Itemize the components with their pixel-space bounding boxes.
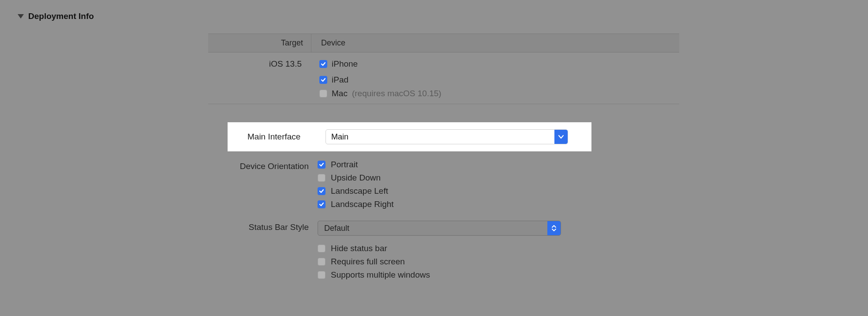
supports-multiple-windows-option: Supports multiple windows (318, 270, 679, 280)
requires-full-screen-option: Requires full screen (318, 257, 679, 267)
status-bar-style-value: Default Hide status bar Requires full sc… (318, 221, 679, 280)
chevron-down-icon[interactable] (554, 130, 568, 144)
checkbox-landscape-right[interactable] (318, 200, 326, 208)
checkbox-requires-full-screen[interactable] (318, 258, 326, 266)
updown-chevron-icon[interactable] (547, 221, 561, 235)
checkbox-iphone[interactable] (319, 60, 327, 68)
device-mac-note: (requires macOS 10.15) (352, 89, 441, 98)
status-bar-style-select[interactable]: Default (318, 221, 561, 236)
device-iphone-cell: iPhone (311, 59, 679, 69)
status-bar-style-row: Status Bar Style Default Hide status bar… (208, 221, 679, 280)
hide-status-bar-option: Hide status bar (318, 244, 679, 253)
device-orientation-label: Device Orientation (208, 160, 318, 171)
device-iphone-label: iPhone (332, 59, 358, 69)
section-header[interactable]: Deployment Info (18, 11, 94, 21)
device-mac-cell: Mac (requires macOS 10.15) (311, 89, 679, 98)
form-area: Device Orientation Portrait Upside Down … (208, 160, 679, 282)
landscape-left-label: Landscape Left (331, 186, 388, 196)
table-row: iPad (208, 72, 679, 88)
status-bar-style-label: Status Bar Style (208, 221, 318, 232)
main-interface-label: Main Interface (247, 132, 300, 142)
main-interface-value[interactable]: Main (326, 132, 554, 142)
table-row: iOS 13.5 iPhone (208, 56, 679, 72)
checkbox-ipad[interactable] (319, 76, 327, 84)
disclosure-triangle-icon[interactable] (18, 14, 24, 19)
hide-status-bar-label: Hide status bar (331, 244, 387, 253)
table-body: iOS 13.5 iPhone iPad (208, 53, 679, 104)
checkbox-portrait[interactable] (318, 161, 326, 169)
orientation-landscape-right: Landscape Right (318, 199, 679, 209)
table-header-row: Target Device (208, 34, 679, 53)
column-header-device: Device (311, 34, 679, 52)
orientation-portrait: Portrait (318, 160, 679, 169)
requires-full-screen-label: Requires full screen (331, 257, 405, 267)
column-header-target: Target (208, 34, 311, 52)
target-version-cell[interactable]: iOS 13.5 (208, 59, 311, 69)
checkbox-landscape-left[interactable] (318, 187, 326, 195)
checkbox-mac[interactable] (319, 90, 327, 98)
checkbox-supports-multiple-windows[interactable] (318, 271, 326, 279)
upside-down-label: Upside Down (331, 173, 381, 183)
section-title: Deployment Info (28, 11, 94, 21)
device-ipad-label: iPad (332, 75, 348, 85)
target-device-table: Target Device iOS 13.5 iPhone (208, 34, 679, 104)
table-row: Mac (requires macOS 10.15) (208, 88, 679, 104)
orientation-upside-down: Upside Down (318, 173, 679, 183)
supports-multiple-windows-label: Supports multiple windows (331, 270, 430, 280)
orientation-landscape-left: Landscape Left (318, 186, 679, 196)
main-interface-combobox[interactable]: Main (326, 129, 568, 144)
device-orientation-row: Device Orientation Portrait Upside Down … (208, 160, 679, 209)
main-interface-row: Main Interface Main (228, 122, 591, 151)
checkbox-hide-status-bar[interactable] (318, 245, 326, 252)
landscape-right-label: Landscape Right (331, 199, 394, 209)
device-orientation-options: Portrait Upside Down Landscape Left Land… (318, 160, 679, 209)
target-version-label: iOS 13.5 (269, 59, 302, 69)
device-ipad-cell: iPad (311, 75, 679, 85)
device-mac-label: Mac (332, 89, 348, 98)
portrait-label: Portrait (331, 160, 358, 169)
checkbox-upside-down[interactable] (318, 174, 326, 182)
status-bar-style-selected: Default (318, 224, 547, 233)
